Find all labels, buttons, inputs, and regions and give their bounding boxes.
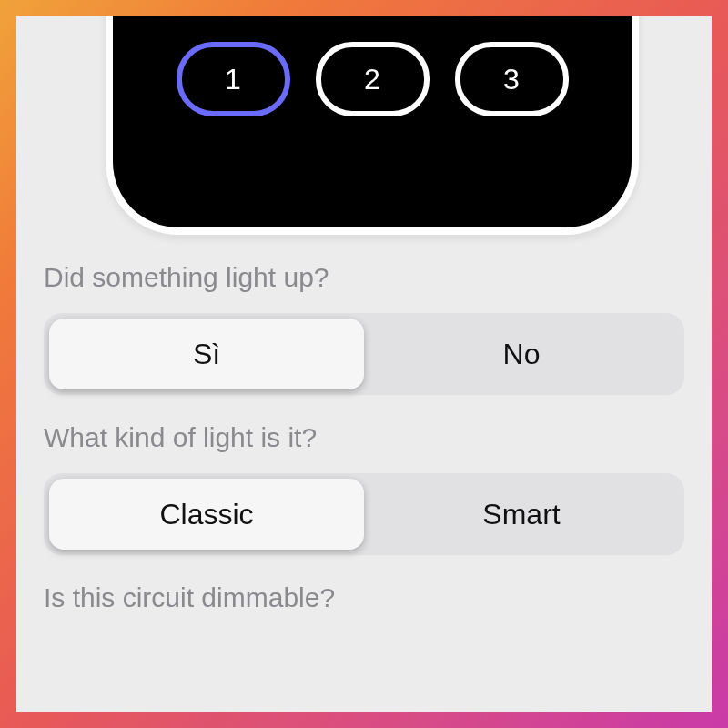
device-button-row: 1 2 3 (113, 42, 632, 116)
option-label: Classic (159, 498, 253, 531)
question-list: Did something light up? Sì No What kind … (44, 262, 684, 633)
device-panel-outer: 1 2 3 (106, 16, 639, 235)
device-button-3[interactable]: 3 (455, 42, 569, 116)
question-label-dimmable: Is this circuit dimmable? (44, 582, 684, 613)
option-label: No (503, 338, 541, 371)
segmented-control-light-up: Sì No (44, 313, 684, 395)
device-button-1[interactable]: 1 (177, 42, 290, 116)
segmented-control-light-kind: Classic Smart (44, 473, 684, 555)
device-button-label: 1 (225, 63, 241, 96)
option-yes[interactable]: Sì (49, 318, 364, 389)
device-button-label: 2 (364, 63, 380, 96)
option-classic[interactable]: Classic (49, 479, 364, 550)
device-panel-inner: 1 2 3 (113, 16, 632, 228)
option-no[interactable]: No (364, 318, 679, 389)
question-label-light-kind: What kind of light is it? (44, 422, 684, 453)
option-label: Smart (482, 498, 560, 531)
device-button-label: 3 (503, 63, 520, 96)
option-smart[interactable]: Smart (364, 479, 679, 550)
option-label: Sì (193, 338, 220, 371)
app-screen: 1 2 3 Did something light up? Sì No What… (16, 16, 712, 712)
question-label-light-up: Did something light up? (44, 262, 684, 293)
device-button-2[interactable]: 2 (316, 42, 430, 116)
